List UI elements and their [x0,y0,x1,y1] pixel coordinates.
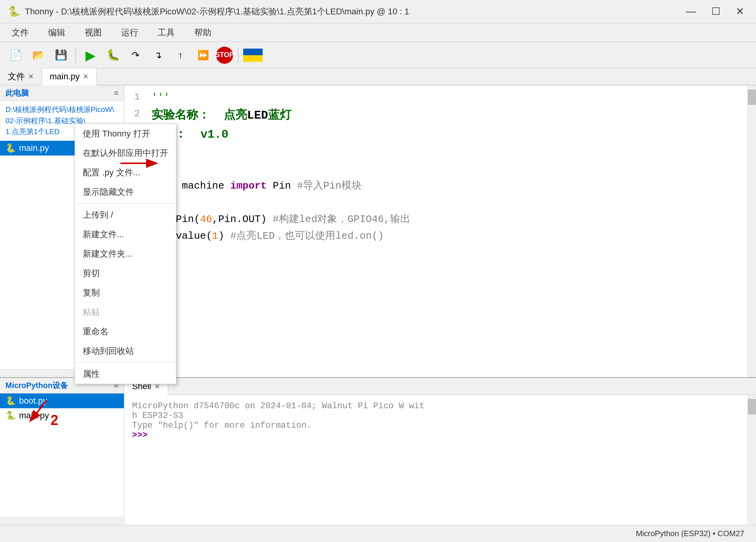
main-py-tab-close[interactable]: ✕ [83,72,89,81]
maximize-button[interactable]: ☐ [707,4,724,19]
ctx-rename[interactable]: 重命名 [75,322,176,341]
line-content-4: ''' [148,145,747,160]
status-text: MicroPython (ESP32) • COM27 [636,529,744,538]
code-line-9: 9 led.value(1) #点亮LED，也可以使用led.on() [124,228,747,245]
left-panel-title: 此电脑 [5,88,29,98]
toolbar-separator-2 [238,47,239,63]
shell-prompt: >>> [132,430,148,440]
save-file-button[interactable]: 💾 [51,45,71,65]
menu-tools[interactable]: 工具 [154,25,179,40]
micropython-boot-icon: 🐍 [5,396,16,406]
main-py-tab-label: main.py [50,72,80,82]
title-bar-controls: — ☐ ✕ [682,4,748,19]
micropython-file-boot[interactable]: 🐍 boot.py [0,393,124,408]
micropython-scrollbar-h[interactable] [0,517,124,525]
line-content-5 [148,162,747,177]
ctx-copy[interactable]: 复制 [75,283,176,302]
left-panel-header: 此电脑 ≡ [0,86,124,101]
code-line-2: 2 实验名称： 点亮LED蓝灯 [124,106,747,125]
files-tab-close[interactable]: ✕ [28,72,34,81]
line-num-1: 1 [124,90,148,104]
shell-line-4: >>> [132,430,740,440]
line-content-1: ''' [148,90,747,105]
shell-content[interactable]: MicroPython d7546700c on 2024-01-04; Wal… [124,395,747,525]
code-line-4: 4 ''' [124,144,747,161]
files-tab-label: 文件 [8,71,25,82]
code-line-7: 7 [124,194,747,211]
editor-scrollbar-thumb[interactable] [748,89,756,105]
micropython-file-list: 🐍 boot.py 🐍 main.py [0,393,124,455]
ctx-new-file[interactable]: 新建文件... [75,225,176,244]
ctx-open-thonny[interactable]: 使用 Thonny 打开 [75,124,176,143]
ctx-sep-2 [75,362,176,363]
ctx-recycle[interactable]: 移动到回收站 [75,341,176,361]
flag-yellow [243,55,263,62]
ctx-properties[interactable]: 属性 [75,364,176,384]
micropython-file-main[interactable]: 🐍 main.py [0,408,124,423]
ctx-sep-1 [75,203,176,204]
ctx-new-folder[interactable]: 新建文件夹... [75,244,176,264]
shell-line-3: Type "help()" for more information. [132,421,740,430]
line-content-6: from machine import Pin #导入Pin模块 [148,178,747,194]
panel-menu-icon[interactable]: ≡ [114,89,118,98]
line-content-10 [148,245,747,261]
line-content-8: led=Pin(46,Pin.OUT) #构建led对象，GPIO46,输出 [148,212,747,227]
editor-container: 1 ''' 2 实验名称： 点亮LED蓝灯 3 版本： v [124,86,756,377]
ctx-configure-py[interactable]: 配置 .py 文件... [75,163,176,182]
menu-bar: 文件 编辑 视图 运行 工具 帮助 [0,23,756,42]
ctx-show-hidden[interactable]: 显示隐藏文件 [75,182,176,202]
toolbar-separator-1 [75,47,76,63]
code-line-8: 8 led=Pin(46,Pin.OUT) #构建led对象，GPIO46,输出 [124,211,747,228]
tab-bar: 文件 ✕ main.py ✕ [0,68,756,86]
code-line-3: 3 版本： v1.0 [124,125,747,144]
ctx-paste: 粘贴 [75,302,176,322]
shell-tab-bar: Shell ✕ [124,378,756,395]
micropython-panel: MicroPython设备 ≡ 🐍 boot.py 🐍 main.py [0,378,124,525]
main-py-tab[interactable]: main.py ✕ [42,68,97,86]
menu-edit[interactable]: 编辑 [44,25,69,40]
file-name-main-py: main.py [19,143,49,153]
ctx-open-external[interactable]: 在默认外部应用中打开 [75,143,176,163]
line-content-7 [148,195,747,210]
shell-line-2: h ESP32-S3 [132,411,740,421]
step-out-button[interactable]: ↑ [171,45,190,65]
micropython-panel-space [0,455,124,517]
ctx-cut[interactable]: 剪切 [75,264,176,283]
shell-text-2: h ESP32-S3 [132,411,183,421]
shell-scrollbar-v[interactable] [747,395,756,525]
menu-run[interactable]: 运行 [117,25,142,40]
micropython-main-icon: 🐍 [5,411,16,421]
title-bar: 🐍 Thonny - D:\核桃派例程代码\核桃派PicoW\02-示例程序\1… [0,0,756,23]
shell-scrollbar-thumb[interactable] [748,399,756,414]
menu-view[interactable]: 视图 [81,25,106,40]
menu-file[interactable]: 文件 [8,25,33,40]
editor-area[interactable]: 1 ''' 2 实验名称： 点亮LED蓝灯 3 版本： v [124,86,747,377]
ukraine-flag[interactable] [243,49,263,62]
minimize-button[interactable]: — [682,4,700,19]
file-icon-main-py: 🐍 [5,143,16,153]
flag-blue [243,49,263,55]
editor-scrollbar-v[interactable] [747,86,756,377]
stop-button[interactable]: STOP [216,47,233,64]
close-button[interactable]: ✕ [732,4,748,19]
shell-text-3: Type "help()" for more information. [132,421,312,430]
editor-panel: 1 ''' 2 实验名称： 点亮LED蓝灯 3 版本： v [124,86,756,377]
ctx-upload[interactable]: 上传到 / [75,205,176,225]
shell-text-1: MicroPython d7546700c on 2024-01-04; Wal… [132,401,425,411]
run-button[interactable]: ▶ [81,45,100,65]
open-file-button[interactable]: 📂 [29,45,48,65]
resume-button[interactable]: ⏩ [193,45,213,65]
micropython-boot-name: boot.py [19,396,47,406]
step-into-button[interactable]: ↴ [148,45,168,65]
debug-button[interactable]: 🐛 [103,45,123,65]
line-num-2: 2 [124,107,148,121]
step-over-button[interactable]: ↷ [126,45,145,65]
status-bar: MicroPython (ESP32) • COM27 [0,525,756,542]
line-content-2: 实验名称： 点亮LED蓝灯 [148,107,747,124]
menu-help[interactable]: 帮助 [190,25,215,40]
app-icon: 🐍 [8,5,20,17]
code-line-1: 1 ''' [124,89,747,106]
new-file-button[interactable]: 📄 [6,45,26,65]
shell-panel: Shell ✕ MicroPython d7546700c on 2024-01… [124,378,756,525]
files-tab[interactable]: 文件 ✕ [0,68,42,85]
